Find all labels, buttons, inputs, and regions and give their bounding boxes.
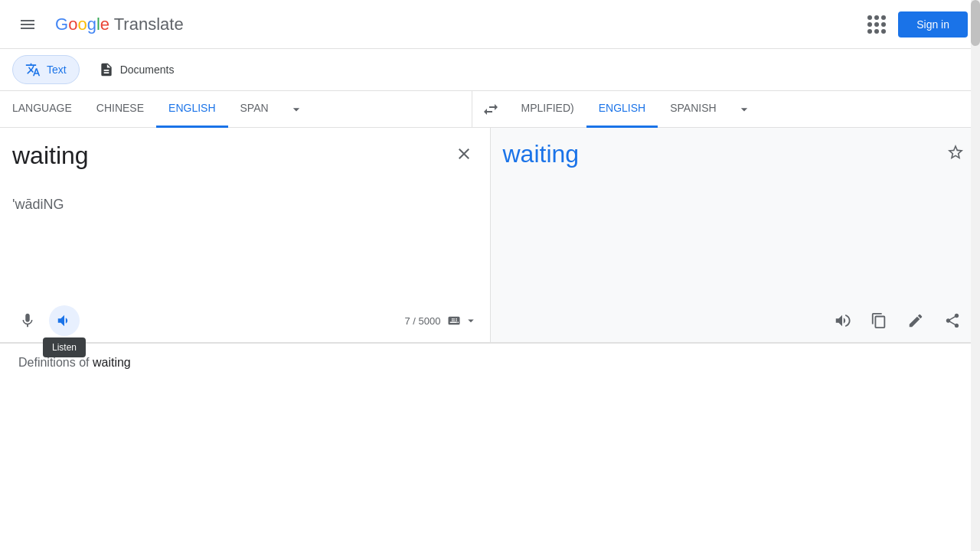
language-bar: LANGUAGE CHINESE ENGLISH SPAN MPLIFIED) … [0, 91, 980, 128]
lang-spanish-target[interactable]: SPANISH [658, 91, 728, 128]
google-apps-icon[interactable] [861, 9, 892, 40]
input-panel: waiting 'wādiNG Listen 7 / 5000 [0, 128, 491, 342]
header: Google Translate Sign in [0, 0, 980, 49]
sign-in-button[interactable]: Sign in [898, 11, 968, 37]
logo[interactable]: Google Translate [55, 15, 184, 34]
copy-translation-button[interactable] [864, 305, 894, 336]
input-bottom: Listen 7 / 5000 [12, 299, 478, 342]
source-lang-bar: LANGUAGE CHINESE ENGLISH SPAN [0, 91, 472, 128]
header-right: Sign in [861, 9, 968, 40]
definitions-title: Definitions of waiting [18, 356, 131, 369]
target-lang-bar: MPLIFIED) ENGLISH SPANISH [509, 91, 981, 128]
header-left: Google Translate [12, 9, 184, 40]
lang-spanish-source[interactable]: SPAN [228, 91, 281, 128]
share-translation-button[interactable] [937, 305, 968, 336]
documents-tab-icon [99, 62, 114, 77]
text-tab-label: Text [47, 64, 67, 76]
scrollbar-thumb[interactable] [971, 0, 980, 46]
lang-chinese[interactable]: CHINESE [84, 91, 156, 128]
scrollbar[interactable] [971, 0, 980, 551]
char-count: 7 / 5000 [405, 315, 441, 327]
swap-languages-button[interactable] [472, 100, 509, 119]
main-area: waiting 'wādiNG Listen 7 / 5000 [0, 128, 980, 343]
mic-button[interactable] [12, 305, 43, 336]
mode-tabs: Text Documents [0, 49, 980, 91]
menu-icon[interactable] [12, 9, 43, 40]
definitions-panel: Definitions of waiting [0, 343, 980, 382]
tab-documents[interactable]: Documents [86, 55, 188, 84]
text-tab-icon [25, 62, 41, 77]
listen-tooltip: Listen [43, 337, 86, 357]
output-word: waiting [503, 140, 944, 168]
lang-english-target[interactable]: ENGLISH [586, 91, 658, 128]
output-bottom [503, 299, 969, 342]
listen-button[interactable]: Listen [49, 305, 80, 336]
listen-translation-button[interactable] [827, 305, 858, 336]
save-translation-button[interactable] [943, 140, 968, 165]
keyboard-button[interactable] [447, 314, 478, 328]
lang-detect[interactable]: LANGUAGE [0, 91, 84, 128]
lang-english-source[interactable]: ENGLISH [156, 91, 227, 128]
output-top: waiting [503, 140, 969, 168]
tab-text[interactable]: Text [12, 55, 80, 84]
logo-text: Google Translate [55, 15, 184, 34]
input-actions: Listen [12, 305, 80, 336]
phonetic: 'wādiNG [12, 197, 478, 219]
edit-translation-button[interactable] [900, 305, 931, 336]
source-lang-more-button[interactable] [281, 91, 312, 128]
output-panel: waiting [491, 128, 981, 342]
clear-button[interactable] [450, 140, 478, 168]
documents-tab-label: Documents [120, 64, 175, 76]
target-lang-more-button[interactable] [729, 91, 760, 128]
input-word[interactable]: waiting [12, 140, 450, 172]
input-text-area: waiting [12, 140, 478, 172]
lang-simplified[interactable]: MPLIFIED) [509, 91, 586, 128]
